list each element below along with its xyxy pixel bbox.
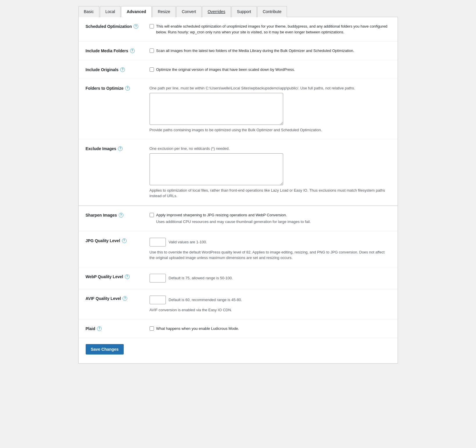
textarea-exclude[interactable]: [150, 153, 283, 185]
checkbox-row-scheduled: This will enable scheduled optimization …: [150, 24, 391, 35]
input-avif-quality[interactable]: [150, 296, 166, 304]
label-scheduled-optimization: Scheduled Optimization ?: [86, 24, 150, 29]
label-include-media: Include Media Folders ?: [86, 48, 150, 53]
desc-scheduled: This will enable scheduled optimization …: [156, 24, 391, 35]
desc-plaid: What happens when you enable Ludicrous M…: [156, 326, 239, 332]
hint-webp: Default is 75, allowed range is 50-100.: [169, 275, 233, 281]
row-sharpen-images: Sharpen Images ? Apply improved sharpeni…: [79, 206, 398, 231]
content-scheduled: This will enable scheduled optimization …: [150, 24, 391, 35]
tab-support[interactable]: Support: [231, 6, 257, 17]
help-icon-sharpen[interactable]: ?: [119, 213, 123, 217]
row-jpg-quality: JPG Quality Level ? Valid values are 1-1…: [79, 231, 398, 267]
label-text-exclude: Exclude Images: [86, 146, 116, 151]
save-button[interactable]: Save Changes: [86, 344, 124, 355]
desc-sharpen-line1: Apply improved sharpening to JPG resizin…: [156, 212, 287, 218]
quality-row-jpg: Valid values are 1-100.: [150, 238, 207, 247]
row-avif-quality: AVIF Quality Level ? Default is 60, reco…: [79, 289, 398, 320]
content-sharpen: Apply improved sharpening to JPG resizin…: [150, 212, 391, 225]
content-exclude: One exclusion per line, no wildcards (*)…: [150, 146, 391, 199]
help-icon-jpg[interactable]: ?: [122, 238, 127, 243]
content-plaid: What happens when you enable Ludicrous M…: [150, 326, 391, 332]
footer-exclude: Applies to optimization of local files, …: [150, 188, 391, 199]
help-icon-include-media[interactable]: ?: [130, 48, 135, 53]
label-include-originals: Include Originals ?: [86, 67, 150, 72]
label-text-folders: Folders to Optimize: [86, 86, 124, 91]
tab-advanced[interactable]: Advanced: [121, 6, 152, 17]
content-avif: Default is 60, recommended range is 45-8…: [150, 296, 391, 313]
quality-row-webp: Default is 75, allowed range is 50-100.: [150, 274, 391, 283]
checkbox-sharpen[interactable]: [150, 213, 154, 217]
settings-card: Scheduled Optimization ? This will enabl…: [78, 17, 398, 364]
content-include-media: Scan all images from the latest two fold…: [150, 48, 391, 54]
row-folders-to-optimize: Folders to Optimize ? One path per line,…: [79, 79, 398, 139]
tab-contribute[interactable]: Contribute: [257, 6, 287, 17]
checkbox-row-include-media: Scan all images from the latest two fold…: [150, 48, 391, 54]
page-wrap: Basic Local Advanced Resize Convert Over…: [73, 0, 404, 369]
tab-convert[interactable]: Convert: [176, 6, 202, 17]
content-jpg: Valid values are 1-100. Use this to over…: [150, 238, 391, 261]
quality-wrap-jpg: Valid values are 1-100. Use this to over…: [150, 238, 391, 261]
footer-folders: Provide paths containing images to be op…: [150, 127, 391, 133]
label-text-avif: AVIF Quality Level: [86, 296, 121, 301]
checkbox-include-originals[interactable]: [150, 67, 154, 72]
checkbox-scheduled[interactable]: [150, 24, 154, 28]
input-jpg-quality[interactable]: [150, 238, 166, 247]
tab-basic[interactable]: Basic: [78, 6, 99, 17]
label-text-plaid: Plaid: [86, 326, 95, 331]
quality-wrap-avif: Default is 60, recommended range is 45-8…: [150, 296, 391, 313]
help-icon-avif[interactable]: ?: [123, 296, 127, 301]
hint-folders: One path per line, must be within C:\Use…: [150, 85, 391, 91]
hint-avif: Default is 60, recommended range is 45-8…: [169, 297, 242, 303]
label-folders-to-optimize: Folders to Optimize ?: [86, 85, 150, 91]
row-include-originals: Include Originals ? Optimize the origina…: [79, 60, 398, 79]
checkbox-plaid[interactable]: [150, 326, 154, 331]
desc-avif: AVIF conversion is enabled via the Easy …: [150, 307, 232, 313]
label-webp-quality: WebP Quality Level ?: [86, 274, 150, 279]
label-jpg-quality: JPG Quality Level ?: [86, 238, 150, 243]
desc-include-media: Scan all images from the latest two fold…: [156, 48, 354, 54]
checkbox-row-sharpen: Apply improved sharpening to JPG resizin…: [150, 212, 391, 218]
checkbox-include-media[interactable]: [150, 48, 154, 53]
label-plaid: Plaid ?: [86, 326, 150, 331]
content-folders: One path per line, must be within C:\Use…: [150, 85, 391, 133]
row-include-media: Include Media Folders ? Scan all images …: [79, 42, 398, 60]
help-icon-exclude[interactable]: ?: [118, 146, 123, 151]
quality-row-avif: Default is 60, recommended range is 45-8…: [150, 296, 242, 304]
label-sharpen: Sharpen Images ?: [86, 212, 150, 217]
tab-overrides[interactable]: Overrides: [202, 6, 231, 17]
row-exclude-images: Exclude Images ? One exclusion per line,…: [79, 139, 398, 206]
checkbox-row-plaid: What happens when you enable Ludicrous M…: [150, 326, 391, 332]
tabs-bar: Basic Local Advanced Resize Convert Over…: [78, 6, 398, 17]
input-webp-quality[interactable]: [150, 274, 166, 283]
row-webp-quality: WebP Quality Level ? Default is 75, allo…: [79, 267, 398, 289]
label-text-jpg: JPG Quality Level: [86, 238, 120, 243]
hint-jpg: Valid values are 1-100.: [169, 239, 207, 245]
desc-jpg: Use this to override the default WordPre…: [150, 249, 391, 261]
tab-local[interactable]: Local: [100, 6, 121, 17]
label-text-scheduled: Scheduled Optimization: [86, 24, 132, 29]
help-icon-scheduled[interactable]: ?: [134, 24, 138, 29]
content-webp: Default is 75, allowed range is 50-100.: [150, 274, 391, 283]
textarea-folders[interactable]: [150, 93, 283, 125]
help-icon-folders[interactable]: ?: [125, 86, 130, 91]
footer-row: Save Changes: [79, 338, 398, 363]
label-text-include-media: Include Media Folders: [86, 48, 128, 53]
label-text-include-originals: Include Originals: [86, 67, 119, 72]
checkbox-row-include-originals: Optimize the original version of images …: [150, 67, 391, 73]
label-avif-quality: AVIF Quality Level ?: [86, 296, 150, 301]
row-plaid: Plaid ? What happens when you enable Lud…: [79, 319, 398, 338]
tab-resize[interactable]: Resize: [152, 6, 176, 17]
help-icon-webp[interactable]: ?: [125, 274, 130, 279]
desc-include-originals: Optimize the original version of images …: [156, 67, 295, 73]
row-scheduled-optimization: Scheduled Optimization ? This will enabl…: [79, 17, 398, 42]
help-icon-include-originals[interactable]: ?: [120, 67, 125, 72]
hint-exclude: One exclusion per line, no wildcards (*)…: [150, 146, 391, 152]
help-icon-plaid[interactable]: ?: [97, 326, 102, 331]
label-exclude-images: Exclude Images ?: [86, 146, 150, 151]
label-text-sharpen: Sharpen Images: [86, 213, 117, 217]
content-include-originals: Optimize the original version of images …: [150, 67, 391, 73]
desc-sharpen-line2: Uses additional CPU resources and may ca…: [156, 219, 391, 225]
label-text-webp: WebP Quality Level: [86, 274, 123, 279]
